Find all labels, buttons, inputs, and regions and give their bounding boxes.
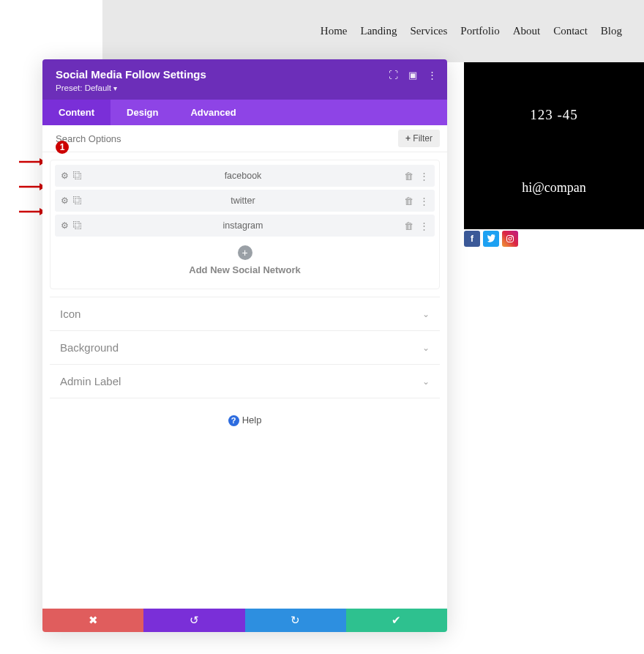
accordion-admin-label[interactable]: Admin Label⌄ bbox=[50, 364, 440, 398]
nav-item-services[interactable]: Services bbox=[410, 25, 447, 37]
facebook-icon[interactable]: f bbox=[464, 231, 480, 247]
accordion-icon[interactable]: Icon⌄ bbox=[50, 297, 440, 330]
responsive-icon[interactable]: ▣ bbox=[408, 70, 417, 81]
preset-dropdown[interactable]: Preset: Default bbox=[56, 83, 434, 92]
annotation-arrow bbox=[19, 157, 45, 167]
add-network-button[interactable]: + bbox=[238, 245, 252, 260]
more-icon[interactable]: ⋮ bbox=[419, 171, 429, 182]
search-row: Filter bbox=[42, 125, 447, 152]
gear-icon[interactable]: ⚙ bbox=[61, 196, 69, 206]
delete-icon[interactable]: 🗑 bbox=[404, 220, 413, 231]
gear-icon[interactable]: ⚙ bbox=[61, 171, 69, 181]
chevron-down-icon: ⌄ bbox=[422, 309, 430, 319]
svg-point-1 bbox=[509, 237, 512, 240]
chevron-down-icon: ⌄ bbox=[422, 376, 430, 387]
search-input[interactable] bbox=[42, 126, 398, 152]
instagram-icon[interactable] bbox=[502, 231, 518, 247]
help-icon: ? bbox=[228, 415, 239, 426]
accordion-label: Admin Label bbox=[60, 375, 121, 387]
tab-design[interactable]: Design bbox=[111, 100, 174, 125]
filter-button[interactable]: Filter bbox=[398, 130, 440, 147]
social-preview-icons: f bbox=[464, 231, 518, 247]
modal-title: Social Media Follow Settings bbox=[56, 68, 434, 81]
delete-icon[interactable]: 🗑 bbox=[404, 171, 413, 182]
network-row[interactable]: ⚙⿻instagram🗑⋮ bbox=[55, 215, 435, 237]
accordion-background[interactable]: Background⌄ bbox=[50, 330, 440, 364]
more-icon[interactable]: ⋮ bbox=[419, 220, 429, 231]
content-area: ⚙⿻facebook🗑⋮⚙⿻twitter🗑⋮⚙⿻instagram🗑⋮ + A… bbox=[42, 152, 447, 609]
network-row[interactable]: ⚙⿻twitter🗑⋮ bbox=[55, 190, 435, 212]
settings-modal: Social Media Follow Settings Preset: Def… bbox=[42, 59, 447, 632]
help-link[interactable]: ?Help bbox=[50, 398, 440, 442]
annotation-arrow bbox=[19, 207, 45, 217]
duplicate-icon[interactable]: ⿻ bbox=[73, 171, 82, 181]
modal-tabs: Content Design Advanced bbox=[42, 100, 447, 125]
network-name: twitter bbox=[82, 196, 404, 206]
duplicate-icon[interactable]: ⿻ bbox=[73, 220, 82, 231]
network-name: instagram bbox=[82, 220, 404, 231]
nav-item-home[interactable]: Home bbox=[321, 25, 348, 37]
duplicate-icon[interactable]: ⿻ bbox=[73, 196, 82, 206]
more-icon[interactable]: ⋮ bbox=[419, 196, 429, 207]
redo-button[interactable]: ↻ bbox=[245, 609, 346, 632]
accordion-label: Icon bbox=[60, 308, 80, 320]
save-button[interactable]: ✔ bbox=[346, 609, 447, 632]
cancel-button[interactable]: ✖ bbox=[42, 609, 143, 632]
expand-icon[interactable]: ⛶ bbox=[389, 70, 398, 81]
more-icon[interactable]: ⋮ bbox=[427, 70, 437, 81]
network-list: ⚙⿻facebook🗑⋮⚙⿻twitter🗑⋮⚙⿻instagram🗑⋮ + A… bbox=[50, 160, 440, 289]
delete-icon[interactable]: 🗑 bbox=[404, 196, 413, 207]
network-name: facebook bbox=[82, 171, 404, 181]
tab-advanced[interactable]: Advanced bbox=[174, 100, 252, 125]
undo-button[interactable]: ↺ bbox=[143, 609, 244, 632]
preview-panel: 123 -45 hi@compan bbox=[464, 62, 644, 229]
network-row[interactable]: ⚙⿻facebook🗑⋮ bbox=[55, 165, 435, 187]
help-label: Help bbox=[242, 415, 262, 426]
add-network-label: Add New Social Network bbox=[55, 264, 435, 275]
accordion-label: Background bbox=[60, 341, 119, 354]
annotation-arrow bbox=[19, 182, 45, 192]
modal-footer: ✖ ↺ ↻ ✔ bbox=[42, 609, 447, 632]
annotation-badge-1: 1 bbox=[56, 141, 69, 154]
preview-phone: 123 -45 bbox=[464, 107, 644, 123]
preview-email: hi@compan bbox=[464, 180, 644, 196]
svg-point-2 bbox=[512, 237, 512, 237]
twitter-icon[interactable] bbox=[483, 231, 499, 247]
chevron-down-icon: ⌄ bbox=[422, 343, 430, 353]
nav-item-landing[interactable]: Landing bbox=[360, 25, 397, 37]
nav-item-about[interactable]: About bbox=[513, 25, 541, 37]
nav-item-blog[interactable]: Blog bbox=[601, 25, 622, 37]
nav-item-portfolio[interactable]: Portfolio bbox=[460, 25, 499, 37]
modal-header: Social Media Follow Settings Preset: Def… bbox=[42, 59, 447, 100]
accordion-list: Icon⌄Background⌄Admin Label⌄ bbox=[50, 297, 440, 398]
top-nav: HomeLandingServicesPortfolioAboutContact… bbox=[102, 0, 644, 62]
gear-icon[interactable]: ⚙ bbox=[61, 220, 69, 231]
tab-content[interactable]: Content bbox=[42, 100, 111, 125]
nav-item-contact[interactable]: Contact bbox=[553, 25, 588, 37]
